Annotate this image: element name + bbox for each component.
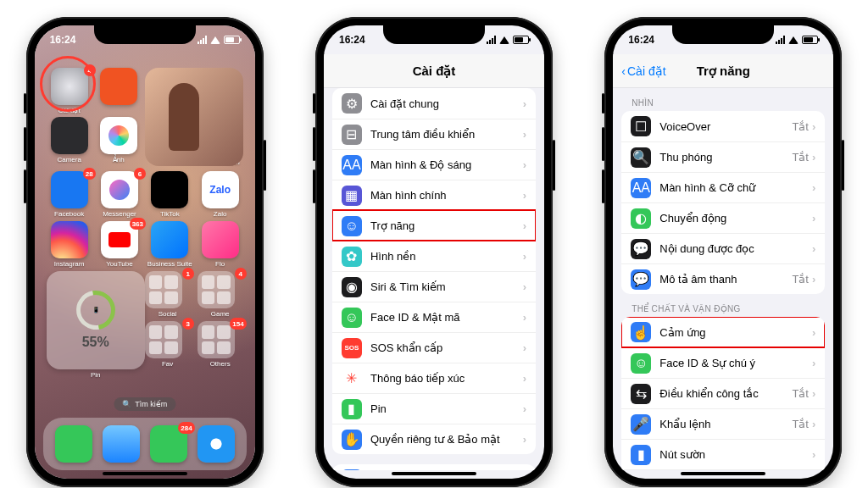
app-flo[interactable]: Flo: [198, 221, 243, 268]
sliders-icon: ⊟: [342, 125, 362, 145]
folder-social[interactable]: 1Social: [145, 271, 191, 318]
battery-icon: ▮: [342, 399, 362, 419]
search-icon: 🔍: [122, 400, 131, 408]
faceid-icon: ☺: [342, 308, 362, 328]
cell-motion[interactable]: ◐Chuyển động›: [621, 202, 825, 233]
cell-faceid-attn[interactable]: ☺Face ID & Sự chú ý›: [621, 347, 825, 378]
app-instagram[interactable]: Instagram: [47, 221, 92, 268]
dock: 284: [43, 418, 247, 470]
page-title: Cài đặt: [413, 64, 456, 79]
dock-phone[interactable]: [51, 425, 97, 463]
dock-mail[interactable]: [98, 425, 144, 463]
dock-safari[interactable]: [193, 425, 239, 463]
cell-general[interactable]: ⚙Cài đặt chung›: [332, 88, 536, 119]
accessibility-icon: ☺: [342, 216, 362, 236]
voice-icon: 🎤: [631, 414, 651, 435]
battery-icon: [224, 36, 240, 44]
grid-icon: ▦: [342, 186, 362, 206]
switch-icon: ⇆: [631, 384, 651, 404]
home-indicator[interactable]: [681, 472, 765, 475]
phone-home: 16:24 4 Cài đặt .: [26, 17, 264, 487]
spotlight-search[interactable]: 🔍 Tìm kiếm: [114, 397, 175, 411]
cell-siri[interactable]: ◉Siri & Tìm kiếm›: [332, 271, 536, 302]
cell-homescreen[interactable]: ▦Màn hình chính›: [332, 180, 536, 210]
status-time: 16:24: [50, 34, 76, 46]
cell-appstore[interactable]: AApp Store›: [332, 464, 536, 470]
widget-photo[interactable]: [145, 68, 243, 166]
faceid-icon: ☺: [631, 353, 651, 374]
audio-icon: 💬: [631, 269, 651, 290]
widget-battery[interactable]: 📱 55% Pin: [47, 271, 145, 379]
app-tiktok[interactable]: TikTok: [147, 171, 192, 218]
cell-switch[interactable]: ⇆Điều khiển công tắcTắt›: [621, 378, 825, 408]
cell-control-center[interactable]: ⊟Trung tâm điều khiển›: [332, 119, 536, 149]
chevron-right-icon: ›: [523, 97, 526, 110]
wifi-icon: [210, 36, 220, 44]
phone-accessibility: 16:24 ‹Cài đặt Trợ năng NHÌN ☐VoiceOverT…: [604, 17, 842, 487]
flower-icon: ✿: [342, 247, 362, 267]
page-title: Trợ năng: [697, 64, 750, 79]
cell-accessibility[interactable]: ☺Trợ năng›: [332, 210, 536, 241]
motion-icon: ◐: [631, 208, 651, 229]
exposure-icon: ✳: [342, 369, 362, 389]
appstore-icon: A: [342, 469, 362, 470]
cell-zoom[interactable]: 🔍Thu phóngTắt›: [621, 141, 825, 172]
cell-privacy[interactable]: ✋Quyền riêng tư & Bảo mật›: [332, 424, 536, 454]
siri-icon: ◉: [342, 277, 362, 297]
cell-voiceover[interactable]: ☐VoiceOverTắt›: [621, 111, 825, 141]
app-youtube[interactable]: 363YouTube: [97, 221, 142, 268]
app-facebook[interactable]: 28Facebook: [47, 171, 92, 218]
badge: 4: [84, 64, 96, 76]
nav-bar: Cài đặt: [324, 54, 544, 88]
cell-audiodesc[interactable]: 💬Mô tả âm thanhTắt›: [621, 263, 825, 294]
folder-others[interactable]: 154Others: [198, 321, 243, 368]
cell-display[interactable]: AAMàn hình & Độ sáng›: [332, 149, 536, 180]
folder-fav[interactable]: 3Fav: [145, 321, 191, 368]
zoom-icon: 🔍: [631, 147, 651, 168]
cellular-icon: [198, 36, 207, 44]
text-size-icon: AA: [342, 155, 362, 175]
hand-icon: ✋: [342, 430, 362, 450]
voiceover-icon: ☐: [631, 116, 651, 136]
app-zalo[interactable]: ZaloZalo: [198, 171, 243, 218]
gear-icon: ⚙: [342, 93, 362, 114]
cell-spoken[interactable]: 💬Nội dung được đọc›: [621, 233, 825, 263]
chevron-left-icon: ‹: [621, 64, 626, 78]
group-motor: THỂ CHẤT VÀ VẬN ĐỘNG: [632, 304, 825, 313]
side-button-icon: ▮: [631, 445, 651, 465]
cell-battery[interactable]: ▮Pin›: [332, 393, 536, 424]
cell-textsize[interactable]: AAMàn hình & Cỡ chữ›: [621, 172, 825, 202]
app-messenger[interactable]: 6Messenger: [97, 171, 142, 218]
app-camera[interactable]: Camera: [47, 117, 92, 164]
nav-bar: ‹Cài đặt Trợ năng: [613, 54, 833, 88]
folder-game[interactable]: 4Game: [198, 271, 243, 318]
cell-touch[interactable]: ☝Cảm ứng›: [621, 317, 825, 347]
home-indicator[interactable]: [103, 472, 187, 475]
cell-nearby[interactable]: ▣Điều khiển thiết bị ở gần›: [621, 469, 825, 470]
cell-wallpaper[interactable]: ✿Hình nền›: [332, 241, 536, 271]
cell-voicecmd[interactable]: 🎤Khẩu lệnhTắt›: [621, 408, 825, 439]
home-indicator[interactable]: [392, 472, 476, 475]
cell-sos[interactable]: SOSSOS khẩn cấp›: [332, 332, 536, 363]
sos-icon: SOS: [342, 338, 362, 358]
cell-exposure[interactable]: ✳Thông báo tiếp xúc›: [332, 363, 536, 393]
touch-icon: ☝: [631, 322, 651, 342]
app-business-suite[interactable]: Business Suite: [147, 221, 192, 268]
cell-faceid[interactable]: ☺Face ID & Mật mã›: [332, 302, 536, 332]
text-size-icon: AA: [631, 178, 651, 198]
dock-messages[interactable]: 284: [146, 425, 192, 463]
back-button[interactable]: ‹Cài đặt: [621, 64, 665, 78]
app-photos[interactable]: Ảnh: [96, 117, 142, 164]
phone-settings: 16:24 Cài đặt ⚙Cài đặt chung› ⊟Trung tâm…: [315, 17, 553, 487]
speech-icon: 💬: [631, 239, 651, 259]
group-vision: NHÌN: [632, 98, 825, 108]
cell-sidebutton[interactable]: ▮Nút sườn›: [621, 439, 825, 469]
